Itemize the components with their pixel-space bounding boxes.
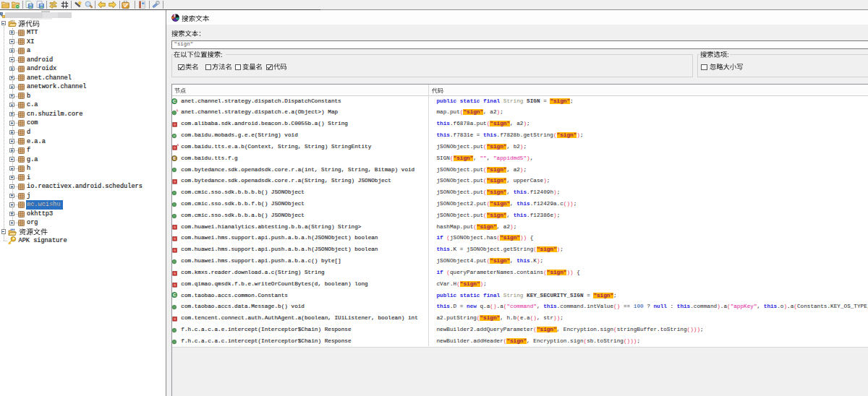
svg-text:C: C [173,293,176,298]
svg-text:E: E [173,156,176,160]
svg-text:C: C [173,99,176,103]
